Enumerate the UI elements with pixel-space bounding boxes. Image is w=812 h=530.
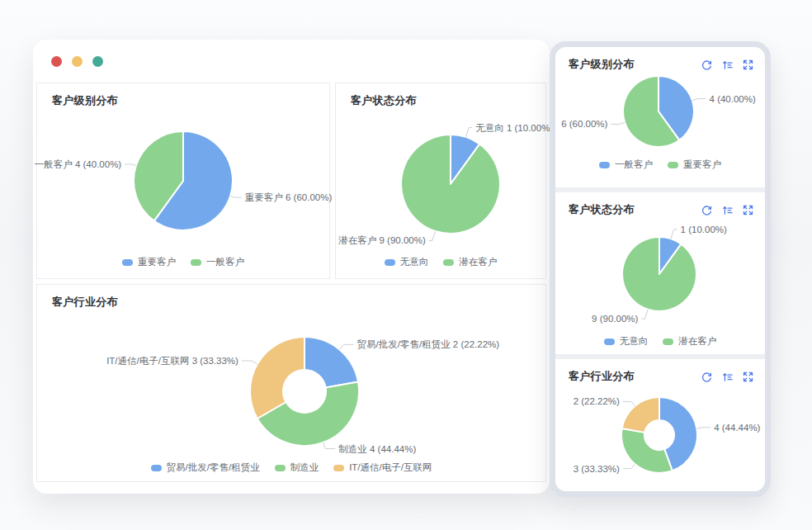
customer-level-pie-chart[interactable]: 重要客户 6 (60.00%)一般客户 4 (40.00%) — [37, 83, 331, 280]
chart-legend: 一般客户重要客户 — [555, 159, 765, 171]
legend-item-一般客户[interactable]: 一般客户 — [599, 159, 653, 171]
legend-marker — [443, 259, 454, 266]
pie-slice-IT/通信/电子/互联网[interactable] — [250, 337, 304, 419]
legend-item-IT/通信/电子/互联网[interactable]: IT/通信/电子/互联网 — [333, 461, 432, 474]
pie-slice-slice-22[interactable] — [622, 397, 659, 433]
legend-marker — [385, 259, 395, 266]
label-connector — [466, 128, 473, 137]
legend-marker — [599, 162, 610, 168]
card-toolbar — [701, 371, 754, 383]
legend-label: 重要客户 — [683, 159, 721, 171]
sort-icon[interactable] — [721, 204, 734, 216]
label-connector — [125, 164, 136, 166]
legend-item-潜在客户[interactable]: 潜在客户 — [663, 335, 716, 348]
card-toolbar — [701, 59, 754, 71]
side-preview-frame: 客户级别分布 4 (40.00%)6 (60.00%) 一般客户重要客户 客户状… — [550, 41, 771, 497]
label-connector — [339, 344, 353, 349]
legend-item-无意向[interactable]: 无意向 — [604, 335, 649, 348]
card-header: 客户行业分布 — [555, 359, 765, 384]
label-connector — [692, 99, 706, 101]
panel-customer-status: 客户状态分布 无意向 1 (10.00%)潜在客户 9 (90.00%) 无意向… — [335, 83, 546, 279]
chart-legend: 贸易/批发/零售/租赁业制造业IT/通信/电子/互联网 — [37, 461, 545, 474]
chart-legend: 无意向潜在客户 — [336, 256, 545, 268]
legend-item-贸易/批发/零售/租赁业[interactable]: 贸易/批发/零售/租赁业 — [151, 461, 260, 474]
legend-label: IT/通信/电子/互联网 — [349, 461, 432, 474]
fullscreen-icon[interactable] — [742, 204, 754, 216]
card-title: 客户状态分布 — [569, 202, 635, 217]
label-connector — [641, 310, 648, 319]
legend-label: 无意向 — [400, 256, 429, 268]
card-title: 客户行业分布 — [569, 369, 635, 384]
legend-marker — [191, 259, 201, 266]
legend-label: 重要客户 — [138, 256, 176, 268]
slice-label: 2 (22.22%) — [574, 396, 620, 406]
window-control-minimize[interactable] — [72, 56, 83, 67]
pie-slice-slice-33[interactable] — [621, 428, 673, 473]
main-window: 客户级别分布 重要客户 6 (60.00%)一般客户 4 (40.00%) 重要… — [33, 40, 550, 494]
label-connector — [429, 231, 436, 240]
fullscreen-icon[interactable] — [742, 371, 754, 383]
legend-item-潜在客户[interactable]: 潜在客户 — [443, 256, 497, 268]
slice-label: 4 (44.44%) — [714, 423, 760, 433]
side-card-customer-industry: 客户行业分布 4 (44.44%)3 (33.33%)2 (22.22%) — [555, 359, 765, 491]
slice-label: 潜在客户 9 (90.00%) — [338, 235, 426, 245]
label-connector — [611, 122, 625, 124]
label-connector — [671, 230, 677, 239]
customer-status-pie-chart[interactable]: 无意向 1 (10.00%)潜在客户 9 (90.00%) — [336, 83, 547, 280]
refresh-icon[interactable] — [701, 59, 713, 71]
legend-marker — [122, 259, 133, 266]
slice-label: 重要客户 6 (60.00%) — [245, 192, 333, 202]
panel-customer-level: 客户级别分布 重要客户 6 (60.00%)一般客户 4 (40.00%) 重要… — [36, 83, 330, 279]
legend-marker — [668, 162, 678, 168]
window-titlebar — [33, 40, 550, 83]
slice-label: 无意向 1 (10.00%) — [475, 123, 553, 133]
slice-label: 1 (10.00%) — [681, 225, 727, 234]
panel-customer-industry: 客户行业分布 贸易/批发/零售/租赁业 2 (22.22%)制造业 4 (44.… — [36, 284, 546, 482]
label-connector — [242, 361, 257, 364]
label-connector — [323, 442, 336, 449]
legend-marker — [663, 338, 673, 345]
card-header: 客户级别分布 — [555, 47, 765, 72]
slice-label: 制造业 4 (44.44%) — [338, 444, 416, 454]
legend-item-制造业[interactable]: 制造业 — [275, 461, 319, 474]
legend-marker — [333, 465, 344, 471]
pie-slice-潜在客户[interactable] — [622, 237, 696, 311]
legend-label: 无意向 — [620, 335, 649, 348]
slice-label: 3 (33.33%) — [574, 464, 620, 474]
legend-label: 制造业 — [290, 461, 319, 474]
slice-label: IT/通信/电子/互联网 3 (33.33%) — [106, 356, 238, 366]
refresh-icon[interactable] — [701, 371, 713, 383]
sort-icon[interactable] — [721, 59, 734, 71]
card-header: 客户状态分布 — [555, 192, 765, 217]
legend-label: 一般客户 — [206, 256, 244, 268]
slice-label: 一般客户 4 (40.00%) — [35, 159, 122, 169]
chart-legend: 无意向潜在客户 — [555, 335, 765, 348]
slice-label: 9 (90.00%) — [592, 314, 638, 324]
legend-item-一般客户[interactable]: 一般客户 — [191, 256, 244, 268]
slice-label: 4 (40.00%) — [710, 94, 756, 104]
legend-item-无意向[interactable]: 无意向 — [385, 256, 429, 268]
pie-slice-潜在客户[interactable] — [401, 135, 500, 234]
legend-label: 潜在客户 — [459, 256, 497, 268]
legend-label: 一般客户 — [615, 159, 653, 171]
panel-title: 客户状态分布 — [336, 83, 545, 108]
refresh-icon[interactable] — [701, 204, 713, 216]
legend-marker — [275, 465, 286, 471]
fullscreen-icon[interactable] — [742, 59, 754, 71]
window-control-maximize[interactable] — [92, 56, 103, 67]
chart-legend: 重要客户一般客户 — [37, 256, 329, 268]
card-toolbar — [701, 204, 754, 216]
legend-marker — [151, 465, 162, 471]
legend-label: 潜在客户 — [678, 335, 716, 348]
label-connector — [623, 464, 635, 468]
window-control-close[interactable] — [51, 56, 62, 67]
slice-label: 6 (60.00%) — [561, 119, 607, 129]
sort-icon[interactable] — [721, 371, 734, 383]
side-card-customer-status: 客户状态分布 1 (10.00%)9 (90.00%) 无意向潜在客户 — [555, 192, 765, 354]
label-connector — [696, 428, 710, 428]
slice-label: 贸易/批发/零售/租赁业 2 (22.22%) — [357, 339, 500, 350]
legend-item-重要客户[interactable]: 重要客户 — [668, 159, 721, 171]
customer-industry-donut-chart[interactable]: 贸易/批发/零售/租赁业 2 (22.22%)制造业 4 (44.44%)IT/… — [37, 285, 547, 483]
legend-item-重要客户[interactable]: 重要客户 — [122, 256, 176, 268]
panel-title: 客户级别分布 — [37, 83, 329, 108]
